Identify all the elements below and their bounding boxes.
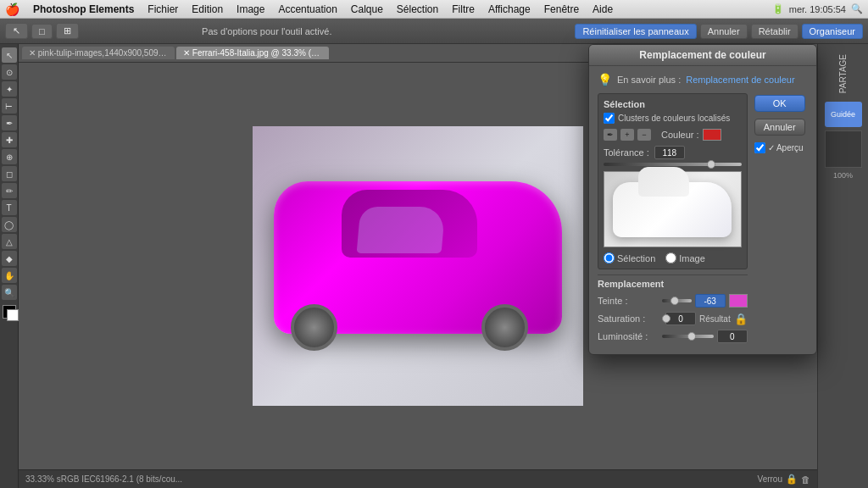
teinte-value[interactable]: -63: [695, 294, 726, 308]
zoom-status: 33.33% sRGB IEC61966-2.1 (8 bits/cou...: [25, 474, 182, 484]
couleur-label: Couleur :: [661, 130, 699, 140]
teinte-result-swatch[interactable]: [729, 294, 748, 308]
tool-select[interactable]: □: [31, 24, 53, 39]
selection-radio[interactable]: [604, 252, 615, 263]
toolbar-status: Pas d'options pour l'outil activé.: [202, 26, 331, 36]
tool-zoom[interactable]: 🔍: [2, 285, 17, 300]
clusters-row: Clusters de couleurs localisés: [604, 113, 742, 124]
redo-btn[interactable]: Rétablir: [751, 24, 798, 39]
tool-hand[interactable]: ✋: [2, 268, 17, 283]
tool-heal[interactable]: ✚: [2, 132, 17, 147]
left-toolbar: ↖ ⊙ ✦ ⊢ ✒ ✚ ⊕ ◻ ✏ T ◯ △ ◆ ✋ 🔍: [0, 44, 19, 488]
sample-thumbnail: [825, 130, 862, 168]
tool-eraser[interactable]: ◻: [2, 166, 17, 181]
clusters-checkbox[interactable]: [604, 113, 615, 124]
menu-photoshop[interactable]: Photoshop Elements: [26, 2, 141, 17]
dialog-info-link[interactable]: Remplacement de couleur: [686, 75, 794, 85]
tool-brush[interactable]: ✏: [2, 183, 17, 198]
tool-magic-wand[interactable]: ✦: [2, 81, 17, 97]
eyedropper-btn-2[interactable]: +: [620, 129, 634, 141]
right-panel: PARTAGE Guidée 100%: [817, 44, 868, 488]
tool-eyedropper[interactable]: ✒: [2, 115, 17, 130]
luminosite-value[interactable]: 0: [717, 330, 748, 343]
trash-icon[interactable]: 🗑: [801, 474, 810, 485]
teinte-row: Teinte : -63: [598, 294, 748, 308]
tool-crop[interactable]: ⊢: [2, 98, 17, 114]
foreground-color[interactable]: [3, 305, 16, 319]
car-wheel-front: [481, 304, 528, 351]
zoom-level: 100%: [833, 171, 853, 180]
menu-bar: 🍎 Photoshop Elements Fichier Edition Ima…: [0, 0, 868, 19]
apple-logo[interactable]: 🍎: [5, 3, 19, 16]
image-radio-label[interactable]: Image: [665, 252, 705, 263]
color-swatch[interactable]: [703, 129, 721, 141]
preview-car-bg: [604, 172, 741, 247]
car-illustration: [274, 181, 562, 351]
tolerance-track: [604, 163, 742, 166]
guided-btn[interactable]: Guidée: [825, 102, 862, 127]
luminosite-row: Luminosité : 0: [598, 330, 748, 343]
menu-fenetre[interactable]: Fenêtre: [537, 2, 586, 17]
teinte-thumb[interactable]: [670, 297, 679, 305]
reset-panels-btn[interactable]: Réinitialiser les panneaux: [575, 24, 696, 39]
tool-arrow[interactable]: ↖: [2, 47, 17, 63]
selection-radio-label[interactable]: Sélection: [604, 252, 655, 263]
teinte-slider: [662, 295, 692, 307]
dialog-right-col: OK Annuler ✓ Aperçu: [754, 93, 808, 347]
dialog-panel: Remplacement de couleur 💡 En savoir plus…: [588, 44, 817, 355]
eyedropper-btn-1[interactable]: ✒: [604, 129, 617, 141]
lock-icon[interactable]: 🔒: [734, 313, 748, 325]
selection-title: Sélection: [604, 99, 645, 109]
search-icon[interactable]: 🔍: [851, 3, 863, 14]
clusters-label: Clusters de couleurs localisés: [618, 114, 730, 123]
tool-lasso[interactable]: ⊙: [2, 64, 17, 80]
tab-tulip[interactable]: ✕ pink-tulip-images,1440x900,50989.jpg @…: [22, 47, 175, 59]
tolerance-value[interactable]: 118: [654, 146, 685, 159]
tool-shape[interactable]: ◯: [2, 217, 17, 232]
tool-sponge[interactable]: ◆: [2, 251, 17, 266]
clock: mer. 19:05:54: [789, 4, 846, 14]
menu-affichage[interactable]: Affichage: [481, 2, 537, 17]
eyedropper-btn-3[interactable]: −: [637, 129, 651, 141]
saturation-label: Saturation :: [598, 313, 659, 324]
menu-filtre[interactable]: Filtre: [445, 2, 481, 17]
menu-edition[interactable]: Edition: [185, 2, 230, 17]
image-radio[interactable]: [665, 252, 676, 263]
preview-image: [604, 171, 742, 247]
ok-button[interactable]: OK: [754, 95, 805, 112]
tool-move[interactable]: ↖: [5, 23, 28, 39]
tool-clone[interactable]: ⊕: [2, 149, 17, 164]
dialog-body: 💡 En savoir plus : Remplacement de coule…: [589, 66, 816, 354]
tolerance-row: Tolérance : 118: [604, 146, 742, 159]
tolerance-label: Tolérance :: [604, 147, 649, 158]
canvas-image: [253, 126, 583, 406]
tool-options[interactable]: ⊞: [56, 23, 79, 39]
organizer-btn[interactable]: Organiseur: [802, 24, 863, 39]
tolerance-slider-container: [604, 163, 742, 166]
apercu-checkbox[interactable]: [754, 142, 765, 153]
tool-text[interactable]: T: [2, 200, 17, 215]
dialog-left-col: Sélection Clusters de couleurs localisés…: [598, 93, 748, 347]
menu-calque[interactable]: Calque: [344, 2, 390, 17]
undo-btn[interactable]: Annuler: [700, 24, 748, 39]
tool-blur[interactable]: △: [2, 234, 17, 249]
cancel-dialog-button[interactable]: Annuler: [754, 119, 805, 136]
menu-aide[interactable]: Aide: [586, 2, 620, 17]
teinte-label: Teinte :: [598, 296, 659, 306]
menu-selection[interactable]: Sélection: [390, 2, 445, 17]
canvas-document: [253, 126, 583, 406]
menu-accentuation[interactable]: Accentuation: [271, 2, 343, 17]
tab-ferrari[interactable]: ✕ Ferrari-458-Italia.jpg @ 33.3% (Arrièr…: [176, 47, 329, 59]
saturation-thumb[interactable]: [662, 314, 670, 323]
tolerance-thumb[interactable]: [707, 160, 715, 169]
eyedropper-row: ✒ + − Couleur :: [604, 129, 742, 141]
selection-header: Sélection: [604, 99, 742, 109]
dialog-main-cols: Sélection Clusters de couleurs localisés…: [598, 93, 808, 347]
dialog-titlebar: Remplacement de couleur: [589, 45, 816, 66]
menu-image[interactable]: Image: [230, 2, 271, 17]
luminosite-thumb[interactable]: [687, 332, 696, 341]
info-icon: 💡: [598, 73, 612, 86]
saturation-row: Saturation : 0 Résultat 🔒: [598, 312, 748, 325]
share-label: PARTAGE: [838, 54, 848, 93]
menu-fichier[interactable]: Fichier: [141, 2, 185, 17]
